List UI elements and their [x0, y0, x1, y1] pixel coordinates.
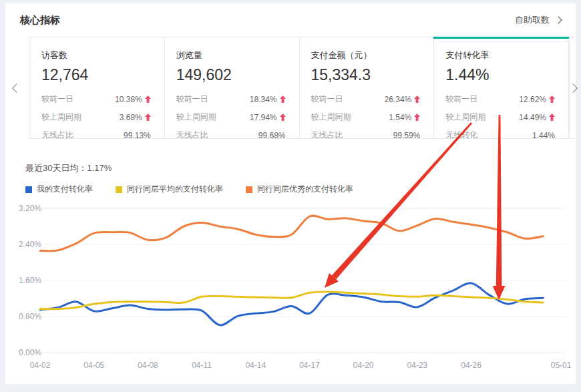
chevron-right-icon: [554, 16, 562, 23]
metric-row: 无线占比 99.59%: [311, 126, 421, 144]
metric-row-label: 较上周同期: [311, 112, 351, 123]
metric-card-value: 1.44%: [445, 66, 555, 84]
x-axis-tick-label: 04-02: [30, 361, 51, 370]
metric-row-label: 较前一日: [445, 93, 477, 105]
up-arrow-icon: [549, 95, 555, 103]
chart-summary: 最近30天日均：1.17%: [25, 162, 560, 174]
up-arrow-icon: [280, 95, 286, 103]
metric-row-number: 14.49%: [519, 113, 546, 122]
metric-row-value: 17.94%: [250, 113, 286, 122]
carousel-prev-button[interactable]: [11, 82, 23, 94]
metric-row: 较前一日 12.62%: [445, 90, 555, 108]
up-arrow-icon: [414, 95, 420, 103]
metric-row-label: 较前一日: [311, 93, 343, 105]
y-axis-tick-label: 0.80%: [19, 312, 41, 321]
self-service-data-link[interactable]: 自助取数: [515, 14, 561, 26]
x-axis-tick-label: 04-23: [407, 361, 428, 370]
chart-header: 最近30天日均：1.17% 我的支付转化率 同行同层平均的支付转化率 同行同层优…: [5, 139, 576, 195]
x-axis-tick-label: 04-14: [245, 361, 266, 370]
up-arrow-icon: [414, 114, 420, 121]
metric-row-number: 1.54%: [389, 113, 411, 122]
metric-cards-row: 访客数 12,764 较前一日 10.38% 较上周同期 3.68% 无线占比 …: [29, 37, 569, 139]
y-axis-tick-label: 2.40%: [19, 240, 41, 249]
page-title: 核心指标: [20, 14, 60, 27]
up-arrow-icon: [145, 95, 151, 103]
metric-row-number: 99.68%: [258, 131, 286, 140]
metric-row-value: 26.34%: [385, 95, 421, 104]
metric-row-value: 1.44%: [532, 131, 555, 140]
metric-card-title: 访客数: [41, 49, 151, 61]
legend-label: 同行同层优秀的支付转化率: [257, 184, 353, 195]
legend-label: 同行同层平均的支付转化率: [127, 184, 223, 195]
y-axis-tick-label: 3.20%: [19, 204, 41, 213]
metric-row-number: 99.59%: [393, 131, 421, 140]
legend-label: 我的支付转化率: [37, 184, 93, 195]
metric-row-label: 无线转化: [445, 130, 477, 141]
metric-row-value: 3.68%: [120, 113, 151, 122]
legend-item-peer-average[interactable]: 同行同层平均的支付转化率: [116, 184, 223, 195]
metric-card-value: 15,334.3: [311, 66, 421, 84]
metric-row: 较前一日 10.38%: [41, 90, 151, 108]
metric-row-value: 99.59%: [393, 131, 421, 140]
up-arrow-icon: [549, 114, 555, 121]
up-arrow-icon: [280, 114, 286, 121]
chevron-right-icon: [568, 83, 578, 92]
metric-row-value: 99.13%: [124, 131, 151, 140]
x-axis-tick-label: 04-20: [353, 361, 374, 370]
metric-row-number: 12.62%: [519, 95, 546, 104]
metric-row-number: 10.38%: [115, 95, 142, 104]
carousel-next-button[interactable]: [567, 82, 579, 94]
core-metrics-panel: 核心指标 自助取数 访客数 12,764 较前一日 10.38% 较上周同期 3…: [5, 3, 576, 384]
y-axis-tick-label: 0.00%: [19, 348, 41, 357]
chart-legend: 我的支付转化率 同行同层平均的支付转化率 同行同层优秀的支付转化率: [25, 184, 560, 195]
metric-card-title: 支付转化率: [445, 49, 555, 61]
metric-row-label: 无线占比: [311, 130, 343, 141]
x-axis-tick-label: 04-26: [461, 361, 481, 370]
up-arrow-icon: [145, 114, 151, 121]
metric-row-value: 12.62%: [519, 95, 555, 104]
metric-row-value: 18.34%: [250, 95, 286, 104]
legend-swatch-icon: [25, 186, 32, 193]
metric-row-number: 1.44%: [532, 131, 555, 140]
x-axis-tick-label: 04-08: [138, 361, 158, 370]
metric-card-value: 12,764: [41, 66, 151, 84]
metric-card-payment-amount[interactable]: 支付金额（元） 15,334.3 较前一日 26.34% 较上周同期 1.54%…: [300, 37, 435, 138]
metric-row: 较上周同期 17.94%: [176, 108, 286, 126]
metric-card-value: 149,602: [176, 66, 286, 84]
metric-card-conversion-rate[interactable]: 支付转化率 1.44% 较前一日 12.62% 较上周同期 14.49% 无线转…: [434, 37, 568, 138]
metric-cards-carousel: 访客数 12,764 较前一日 10.38% 较上周同期 3.68% 无线占比 …: [5, 37, 576, 139]
metric-row-value: 99.68%: [258, 131, 286, 140]
metric-card-pageviews[interactable]: 浏览量 149,602 较前一日 18.34% 较上周同期 17.94% 无线占…: [165, 37, 300, 138]
panel-header: 核心指标 自助取数: [5, 3, 576, 37]
metric-row-label: 较前一日: [41, 93, 73, 105]
metric-row-number: 26.34%: [385, 95, 412, 104]
metric-row-value: 10.38%: [115, 95, 151, 104]
metric-card-title: 浏览量: [176, 49, 286, 61]
self-service-data-label: 自助取数: [515, 14, 550, 26]
metric-row: 无线占比 99.13%: [41, 126, 151, 144]
metric-row: 较上周同期 14.49%: [445, 108, 555, 126]
metric-row-label: 无线占比: [41, 130, 73, 141]
trend-line-2: [40, 216, 543, 251]
metric-row: 较前一日 26.34%: [311, 90, 421, 108]
metric-row-label: 无线占比: [176, 130, 208, 141]
legend-item-peer-excellent[interactable]: 同行同层优秀的支付转化率: [246, 184, 353, 195]
metric-row-label: 较前一日: [176, 93, 208, 105]
metric-row-number: 17.94%: [250, 113, 277, 122]
metric-row-label: 较上周同期: [176, 112, 216, 123]
x-axis-tick-label: 05-01: [551, 361, 572, 370]
metric-row-number: 18.34%: [250, 95, 277, 104]
chevron-left-icon: [12, 83, 21, 92]
trend-line-1: [40, 292, 543, 309]
x-axis-tick-label: 04-11: [192, 361, 212, 370]
y-axis-tick-label: 1.60%: [19, 276, 41, 285]
metric-row-number: 99.13%: [124, 131, 151, 140]
legend-item-my-conversion[interactable]: 我的支付转化率: [25, 184, 93, 195]
legend-swatch-icon: [246, 186, 252, 193]
metric-row: 较上周同期 1.54%: [311, 108, 421, 126]
metric-row-label: 较上周同期: [41, 112, 81, 123]
metric-row: 无线占比 99.68%: [176, 126, 286, 144]
trend-line-0: [40, 283, 543, 325]
metric-card-visitors[interactable]: 访客数 12,764 较前一日 10.38% 较上周同期 3.68% 无线占比 …: [30, 37, 165, 138]
metric-row: 较上周同期 3.68%: [41, 108, 151, 126]
